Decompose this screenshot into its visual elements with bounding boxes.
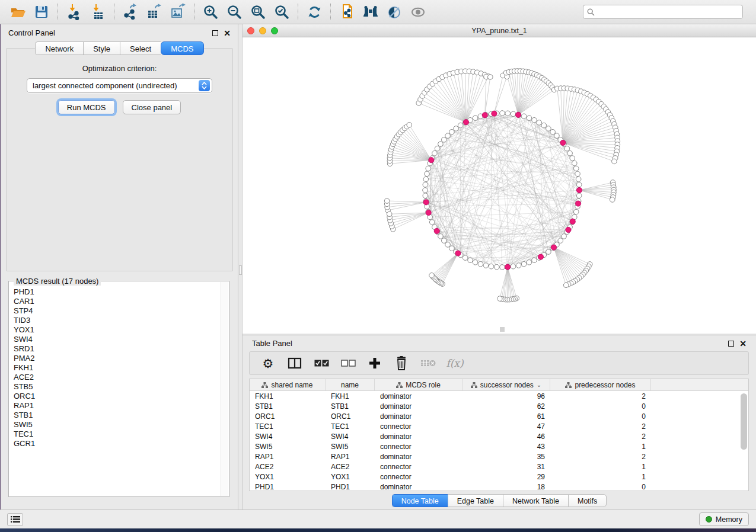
mcds-node[interactable] <box>426 210 431 215</box>
mcds-result-item[interactable]: SRD1 <box>14 344 221 354</box>
task-history-button[interactable] <box>7 513 23 526</box>
tab-style[interactable]: Style <box>83 41 120 55</box>
mcds-node[interactable] <box>423 200 429 205</box>
import-network-icon[interactable] <box>62 2 86 21</box>
export-network-icon[interactable] <box>119 2 142 21</box>
network-graph[interactable] <box>243 37 756 334</box>
result-list-scrollbar[interactable] <box>221 282 228 496</box>
tab-node-table[interactable]: Node Table <box>392 494 448 507</box>
mcds-node[interactable] <box>538 254 543 259</box>
mcds-result-item[interactable]: STP4 <box>14 306 221 316</box>
mcds-result-item[interactable]: YOX1 <box>14 325 221 335</box>
add-column-icon[interactable] <box>366 354 384 372</box>
tab-edge-table[interactable]: Edge Table <box>448 494 503 507</box>
splitter-grip[interactable] <box>239 265 242 275</box>
table-row[interactable]: SWI4SWI4dominator462 <box>250 431 748 441</box>
mcds-result-item[interactable]: STB1 <box>14 411 221 420</box>
close-panel-icon[interactable]: ✕ <box>224 30 231 36</box>
mcds-result-item[interactable]: CAR1 <box>14 297 221 306</box>
zoom-fit-icon[interactable] <box>246 2 270 21</box>
table-row[interactable]: SWI5SWI5connector431 <box>250 441 748 451</box>
mcds-node[interactable] <box>515 112 521 117</box>
mcds-result-item[interactable]: PMA2 <box>14 354 221 363</box>
zoom-out-icon[interactable] <box>222 2 246 21</box>
mcds-node[interactable] <box>434 228 439 233</box>
canvas-resize-grip[interactable] <box>500 327 505 332</box>
network-canvas[interactable] <box>243 37 756 334</box>
mcds-result-item[interactable]: STB5 <box>14 382 221 392</box>
criterion-dropdown[interactable]: largest connected component (undirected) <box>27 78 212 93</box>
mcds-node[interactable] <box>429 158 434 163</box>
tab-network[interactable]: Network <box>35 41 83 55</box>
table-row[interactable]: ORC1ORC1dominator610 <box>250 411 748 421</box>
mcds-node[interactable] <box>505 264 510 270</box>
table-row[interactable]: PHD1PHD1dominator180 <box>250 482 748 491</box>
mcds-node[interactable] <box>575 201 580 206</box>
mcds-node[interactable] <box>570 219 575 224</box>
table-row[interactable]: FKH1FKH1dominator962 <box>250 391 748 401</box>
column-header-predecessor-nodes[interactable]: predecessor nodes <box>550 379 651 390</box>
hide-details-icon[interactable] <box>382 2 406 21</box>
show-columns-icon[interactable] <box>286 354 304 372</box>
show-details-icon[interactable] <box>406 2 430 21</box>
select-all-icon[interactable] <box>312 354 330 372</box>
toolbar-search[interactable] <box>583 5 743 19</box>
column-header-shared-name[interactable]: shared name <box>250 379 326 390</box>
table-row[interactable]: RAP1RAP1dominator352 <box>250 451 748 462</box>
vertical-splitter[interactable] <box>238 24 243 509</box>
mcds-result-item[interactable]: ORC1 <box>14 392 221 401</box>
float-panel-icon[interactable] <box>212 30 218 36</box>
share-document-icon[interactable] <box>335 2 359 21</box>
table-settings-icon[interactable]: ⚙ <box>259 354 277 372</box>
mcds-node[interactable] <box>455 251 461 256</box>
import-table-icon[interactable] <box>86 2 110 21</box>
mcds-result-item[interactable]: TID3 <box>14 316 221 325</box>
mcds-node[interactable] <box>551 245 556 250</box>
mcds-node[interactable] <box>482 113 487 118</box>
mcds-node[interactable] <box>560 140 566 145</box>
run-mcds-button[interactable]: Run MCDS <box>58 100 115 114</box>
tab-network-table[interactable]: Network Table <box>503 494 568 507</box>
float-table-panel-icon[interactable] <box>728 341 734 347</box>
mcds-result-item[interactable]: PHD1 <box>14 287 221 297</box>
column-header-name[interactable]: name <box>326 379 375 390</box>
zoom-in-icon[interactable] <box>199 2 222 21</box>
mcds-result-item[interactable]: ACE2 <box>14 373 221 382</box>
function-builder-icon[interactable]: f(x) <box>446 354 464 372</box>
table-scrollbar[interactable] <box>741 392 747 489</box>
tab-select[interactable]: Select <box>120 41 161 55</box>
table-row[interactable]: STB1STB1dominator620 <box>250 401 748 411</box>
column-header-mcds-role[interactable]: MCDS role <box>375 379 462 390</box>
mcds-result-item[interactable]: SWI5 <box>14 420 221 430</box>
mcds-node[interactable] <box>566 227 571 232</box>
delete-column-icon[interactable] <box>393 354 410 372</box>
column-header-successor-nodes[interactable]: successor nodes⌄ <box>462 379 550 390</box>
table-scrollbar-thumb[interactable] <box>741 393 747 450</box>
table-row[interactable]: ACE2ACE2connector311 <box>250 462 748 472</box>
memory-button[interactable]: Memory <box>699 512 749 526</box>
mcds-node[interactable] <box>492 111 497 116</box>
search-input[interactable] <box>598 8 739 16</box>
close-panel-button[interactable]: Close panel <box>123 100 181 114</box>
mcds-node[interactable] <box>463 120 468 125</box>
search-network-icon[interactable] <box>359 2 382 21</box>
save-session-icon[interactable] <box>30 2 53 21</box>
mcds-result-item[interactable]: GCR1 <box>14 439 221 448</box>
table-row[interactable]: YOX1YOX1connector291 <box>250 472 748 482</box>
export-table-icon[interactable] <box>142 2 166 21</box>
mcds-node[interactable] <box>576 187 582 193</box>
mcds-result-item[interactable]: FKH1 <box>14 363 221 373</box>
refresh-view-icon[interactable] <box>302 2 326 21</box>
delete-table-icon[interactable] <box>419 354 437 372</box>
mcds-result-item[interactable]: RAP1 <box>14 401 221 411</box>
deselect-all-icon[interactable] <box>339 354 357 372</box>
mcds-result-item[interactable]: TEC1 <box>14 430 221 439</box>
zoom-selected-icon[interactable] <box>270 2 294 21</box>
network-window-titlebar[interactable]: YPA_prune.txt_1 <box>243 24 756 37</box>
tab-mcds[interactable]: MCDS <box>161 41 203 55</box>
mcds-result-item[interactable]: SWI4 <box>14 335 221 344</box>
table-row[interactable]: TEC1TEC1connector472 <box>250 421 748 431</box>
close-table-panel-icon[interactable]: ✕ <box>739 341 747 347</box>
export-image-icon[interactable] <box>166 2 190 21</box>
open-file-icon[interactable] <box>6 2 30 21</box>
